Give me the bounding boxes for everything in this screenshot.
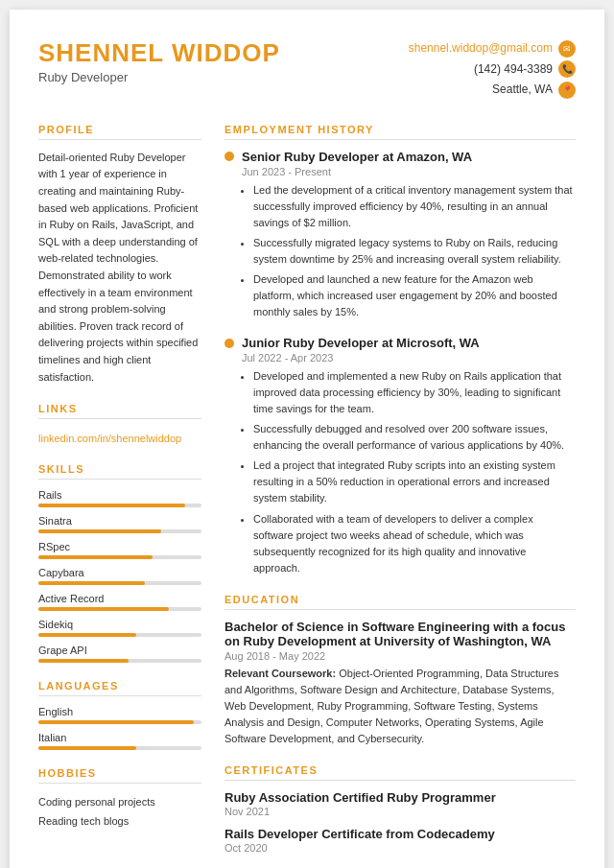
skill-item: RSpec (38, 541, 201, 559)
job-date: Jun 2023 - Present (242, 166, 576, 177)
job-bullet: Successfully debugged and resolved over … (253, 421, 576, 454)
job-bullets-list: Led the development of a critical invent… (242, 182, 576, 320)
job-title-row: Senior Ruby Developer at Amazon, WA (224, 150, 576, 164)
resume-container: SHENNEL WIDDOP Ruby Developer shennel.wi… (10, 10, 604, 868)
candidate-title: Ruby Developer (38, 70, 280, 84)
skill-bar-fill (38, 633, 136, 637)
certificates-list: Ruby Association Certified Ruby Programm… (224, 790, 576, 854)
skill-bar-fill (38, 555, 153, 559)
profile-section-title: PROFILE (38, 124, 201, 140)
hobby-item: Coding personal projects (38, 793, 201, 812)
skill-name: Sinatra (38, 515, 201, 527)
skill-item: Sinatra (38, 515, 201, 533)
skills-section-title: SKILLS (38, 463, 201, 480)
skill-bar-bg (38, 607, 201, 611)
job-title-row: Junior Ruby Developer at Microsoft, WA (224, 336, 576, 350)
skill-item: Grape API (38, 645, 201, 663)
job-bullet: Collaborated with a team of developers t… (253, 511, 576, 576)
language-item: Italian (38, 732, 201, 750)
skills-list: Rails Sinatra RSpec Capybara Active Reco… (38, 489, 201, 663)
skill-bar-fill (38, 607, 169, 611)
skill-item: Sidekiq (38, 619, 201, 637)
candidate-name: SHENNEL WIDDOP (38, 38, 280, 68)
cert-title: Ruby Association Certified Ruby Programm… (224, 790, 576, 805)
location-text: Seattle, WA (492, 80, 553, 101)
skill-bar-fill (38, 504, 185, 507)
language-bar-fill (38, 746, 136, 750)
job-item: Junior Ruby Developer at Microsoft, WA J… (224, 336, 576, 576)
edu-coursework: Relevant Coursework: Object-Oriented Pro… (224, 666, 576, 747)
skill-item: Capybara (38, 567, 201, 585)
job-bullet: Successfully migrated legacy systems to … (253, 235, 576, 268)
skill-bar-bg (38, 555, 201, 559)
employment-list: Senior Ruby Developer at Amazon, WA Jun … (224, 150, 576, 576)
edu-degree-title: Bachelor of Science in Software Engineer… (224, 620, 576, 648)
job-date: Jul 2022 - Apr 2023 (242, 352, 576, 364)
job-dot (224, 152, 234, 161)
skill-name: RSpec (38, 541, 201, 552)
job-bullets-list: Developed and implemented a new Ruby on … (242, 368, 576, 576)
links-section-title: LINKS (38, 403, 201, 419)
skill-name: Rails (38, 489, 201, 501)
job-title: Senior Ruby Developer at Amazon, WA (242, 150, 472, 164)
header-right: shennel.widdop@gmail.com ✉ (142) 494-338… (409, 38, 576, 101)
skill-bar-bg (38, 529, 201, 533)
language-bar-bg (38, 720, 201, 724)
languages-section-title: LANGUAGES (38, 680, 201, 696)
phone-row: (142) 494-3389 📞 (409, 59, 576, 81)
hobby-item: Reading tech blogs (38, 812, 201, 832)
header-left: SHENNEL WIDDOP Ruby Developer (38, 38, 280, 84)
employment-section-title: EMPLOYMENT HISTORY (224, 124, 576, 140)
coursework-label: Relevant Coursework: (224, 668, 339, 679)
certificates-section-title: CERTIFICATES (224, 764, 576, 781)
language-bar-fill (38, 720, 194, 724)
language-name: English (38, 706, 201, 717)
skill-bar-bg (38, 659, 201, 663)
skill-bar-bg (38, 581, 201, 585)
header-section: SHENNEL WIDDOP Ruby Developer shennel.wi… (38, 38, 576, 101)
skill-bar-fill (38, 659, 129, 663)
job-bullet: Led a project that integrated Ruby scrip… (253, 457, 576, 506)
email-icon: ✉ (558, 40, 576, 58)
skill-name: Active Record (38, 593, 201, 604)
linkedin-link[interactable]: linkedin.com/in/shennelwiddop (38, 433, 181, 444)
language-item: English (38, 706, 201, 724)
edu-date: Aug 2018 - May 2022 (224, 650, 576, 662)
skill-item: Active Record (38, 593, 201, 611)
language-name: Italian (38, 732, 201, 743)
certificate-item: Ruby Association Certified Ruby Programm… (224, 790, 576, 817)
skill-bar-fill (38, 529, 161, 533)
skill-name: Grape API (38, 645, 201, 656)
language-bar-bg (38, 746, 201, 750)
right-column: EMPLOYMENT HISTORY Senior Ruby Developer… (224, 124, 576, 868)
skill-bar-bg (38, 633, 201, 637)
cert-title: Rails Developer Certificate from Codecad… (224, 827, 576, 841)
skill-name: Capybara (38, 567, 201, 578)
left-column: PROFILE Detail-oriented Ruby Developer w… (38, 124, 201, 868)
email-link[interactable]: shennel.widdop@gmail.com (409, 38, 553, 59)
job-title: Junior Ruby Developer at Microsoft, WA (242, 336, 480, 350)
skill-item: Rails (38, 489, 201, 507)
job-dot (224, 339, 234, 348)
phone-text: (142) 494-3389 (474, 59, 553, 81)
job-bullet: Led the development of a critical invent… (253, 182, 576, 231)
languages-list: English Italian (38, 706, 201, 750)
profile-text: Detail-oriented Ruby Developer with 1 ye… (38, 150, 201, 386)
job-bullet: Developed and launched a new feature for… (253, 271, 576, 320)
location-icon: 📍 (558, 82, 576, 99)
phone-icon: 📞 (558, 60, 576, 78)
job-item: Senior Ruby Developer at Amazon, WA Jun … (224, 150, 576, 320)
cert-date: Nov 2021 (224, 806, 576, 817)
hobbies-list: Coding personal projectsReading tech blo… (38, 793, 201, 832)
hobbies-section-title: HOBBIES (38, 767, 201, 784)
certificate-item: Rails Developer Certificate from Codecad… (224, 827, 576, 854)
email-row: shennel.widdop@gmail.com ✉ (409, 38, 576, 59)
location-row: Seattle, WA 📍 (409, 80, 576, 101)
education-section-title: EDUCATION (224, 594, 576, 610)
skill-bar-fill (38, 581, 145, 585)
skill-bar-bg (38, 504, 201, 507)
job-bullet: Developed and implemented a new Ruby on … (253, 368, 576, 417)
cert-date: Oct 2020 (224, 842, 576, 854)
skill-name: Sidekiq (38, 619, 201, 630)
body-section: PROFILE Detail-oriented Ruby Developer w… (38, 124, 576, 868)
